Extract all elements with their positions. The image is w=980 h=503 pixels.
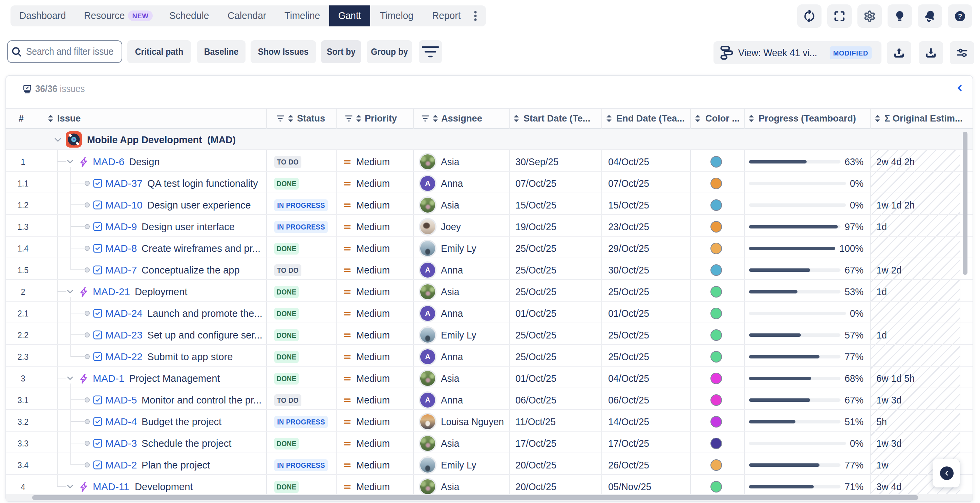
svg-text:?: ? bbox=[958, 12, 963, 20]
